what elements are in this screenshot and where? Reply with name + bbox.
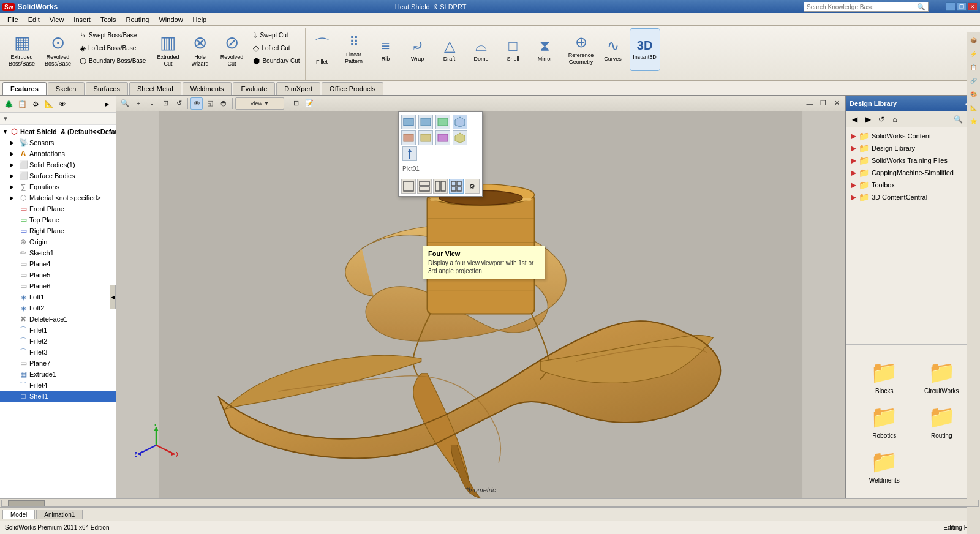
lib-circuitworks-item[interactable]: 📁 CircuitWorks bbox=[916, 357, 968, 397]
menu-routing[interactable]: Routing bbox=[121, 15, 154, 24]
reference-geometry-button[interactable]: ⊕ ReferenceGeometry bbox=[566, 28, 597, 71]
bottom-tab-model[interactable]: Model bbox=[2, 510, 35, 519]
view-bottom-btn[interactable] bbox=[401, 130, 416, 145]
section-view-btn[interactable]: ⊡ bbox=[290, 97, 302, 110]
rp-home-btn[interactable]: ⌂ bbox=[889, 113, 901, 126]
tree-shell1[interactable]: □ Shell1 bbox=[0, 391, 116, 402]
tree-plane7[interactable]: ▭ Plane7 bbox=[0, 358, 116, 369]
tab-office-products[interactable]: Office Products bbox=[322, 82, 383, 95]
tree-annotations[interactable]: ▶ A Annotations bbox=[0, 148, 116, 159]
lib-routing-item[interactable]: 📁 Routing bbox=[916, 402, 968, 442]
tree-solid-bodies[interactable]: ▶ ⬜ Solid Bodies(1) bbox=[0, 159, 116, 170]
tree-equations[interactable]: ▶ ∑ Equations bbox=[0, 181, 116, 192]
lib-item-3d-content[interactable]: ▶ 📁 3D ContentCentral bbox=[848, 191, 978, 203]
menu-tools[interactable]: Tools bbox=[96, 15, 121, 24]
property-manager-btn[interactable]: 📋 bbox=[16, 98, 28, 110]
tab-dimxpert[interactable]: DimXpert bbox=[276, 82, 320, 95]
lib-blocks-item[interactable]: 📁 Blocks bbox=[858, 357, 911, 397]
view-iso-btn[interactable] bbox=[453, 115, 467, 129]
tree-material[interactable]: ▶ ⬡ Material <not specified> bbox=[0, 192, 116, 203]
tab-evaluate[interactable]: Evaluate bbox=[233, 82, 275, 95]
revolved-cut-button[interactable]: ⊘ RevolvedCut bbox=[216, 28, 247, 71]
tree-surface-bodies[interactable]: ▶ ⬜ Surface Bodies bbox=[0, 170, 116, 181]
rotate-btn[interactable]: ↺ bbox=[173, 97, 185, 110]
lib-item-capping[interactable]: ▶ 📁 CappingMachine-Simplified bbox=[848, 167, 978, 179]
lib-item-design-library[interactable]: ▶ 📁 Design Library bbox=[848, 142, 978, 154]
zoom-out-btn[interactable]: - bbox=[146, 97, 158, 110]
view-right-btn[interactable] bbox=[435, 130, 450, 145]
rp-refresh-btn[interactable]: ↺ bbox=[875, 113, 888, 126]
dim-xpert-manager-btn[interactable]: 📐 bbox=[43, 98, 55, 110]
rib-button[interactable]: ≡ Rib bbox=[371, 28, 401, 71]
tree-top-plane[interactable]: ▭ Top Plane bbox=[0, 214, 116, 225]
layout-two-v-btn[interactable] bbox=[433, 179, 448, 194]
extruded-boss-base-button[interactable]: ▦ Extruded Boss/Base bbox=[2, 28, 41, 71]
dome-button[interactable]: ⌓ Dome bbox=[466, 28, 497, 71]
vp-restore-btn[interactable]: ❐ bbox=[817, 97, 829, 110]
minimize-button[interactable]: — bbox=[946, 2, 956, 11]
vp-close-btn[interactable]: ✕ bbox=[831, 97, 843, 110]
search-input[interactable] bbox=[807, 4, 917, 10]
layout-single-btn[interactable] bbox=[401, 179, 416, 194]
view-left-btn[interactable] bbox=[418, 130, 433, 145]
zoom-selection-btn[interactable]: ⊡ bbox=[159, 97, 172, 110]
rp-side-btn7[interactable]: ⭐ bbox=[968, 115, 980, 127]
extruded-cut-button[interactable]: ▥ ExtrudedCut bbox=[153, 28, 183, 71]
lofted-boss-base-button[interactable]: ◈ Lofted Boss/Base bbox=[77, 42, 148, 54]
tree-deleteface1[interactable]: ✖ DeleteFace1 bbox=[0, 314, 116, 325]
search-area[interactable]: 🔍 bbox=[804, 2, 929, 12]
tree-sensors[interactable]: ▶ 📡 Sensors bbox=[0, 137, 116, 148]
boundary-boss-base-button[interactable]: ⬡ Boundary Boss/Base bbox=[77, 55, 148, 67]
rp-forward-btn[interactable]: ▶ bbox=[862, 113, 874, 126]
display-style-btn[interactable]: ◱ bbox=[204, 97, 216, 110]
display-manager-btn[interactable]: 👁 bbox=[56, 98, 69, 110]
feature-tree-btn[interactable]: 🌲 bbox=[2, 98, 15, 110]
tab-weldments[interactable]: Weldments bbox=[183, 82, 232, 95]
tab-surfaces[interactable]: Surfaces bbox=[86, 82, 128, 95]
configuration-manager-btn[interactable]: ⚙ bbox=[29, 98, 42, 110]
left-panel-collapse[interactable]: ◀ bbox=[110, 285, 116, 309]
menu-insert[interactable]: Insert bbox=[69, 15, 96, 24]
menu-view[interactable]: View bbox=[45, 15, 69, 24]
instant3d-button[interactable]: 3D Instant3D bbox=[630, 28, 660, 71]
menu-help[interactable]: Help bbox=[188, 15, 212, 24]
view-custom-btn[interactable] bbox=[453, 130, 467, 145]
rp-search-btn[interactable]: 🔍 bbox=[952, 113, 964, 126]
vp-minimize-btn[interactable]: — bbox=[804, 97, 816, 110]
menu-edit[interactable]: Edit bbox=[23, 15, 45, 24]
tree-fillet4[interactable]: ⌒ Fillet4 bbox=[0, 380, 116, 391]
scrollbar-thumb[interactable] bbox=[8, 500, 45, 506]
lib-item-training[interactable]: ▶ 📁 SolidWorks Training Files bbox=[848, 154, 978, 167]
hide-show-btn[interactable]: ◓ bbox=[217, 97, 230, 110]
view-orientation-popup-btn[interactable]: View ▼ bbox=[235, 97, 284, 110]
restore-button[interactable]: ❐ bbox=[957, 2, 967, 11]
swept-cut-button[interactable]: ⤵ Swept Cut bbox=[251, 29, 302, 41]
tree-root[interactable]: ▼ ⬡ Heat Shield_& (Default<<Defau bbox=[0, 126, 116, 137]
zoom-in-btn[interactable]: + bbox=[132, 97, 145, 110]
dynamic-annotate-btn[interactable]: 📝 bbox=[303, 97, 315, 110]
lib-weldments-item[interactable]: 📁 Weldments bbox=[858, 446, 911, 486]
rp-back-btn[interactable]: ◀ bbox=[848, 113, 861, 126]
layout-four-btn[interactable] bbox=[449, 179, 464, 194]
tree-plane6[interactable]: ▭ Plane6 bbox=[0, 280, 116, 291]
view-orient-btn[interactable]: 👁 bbox=[190, 97, 203, 110]
wrap-button[interactable]: ⤾ Wrap bbox=[402, 28, 433, 71]
view-normal-btn[interactable] bbox=[402, 146, 417, 161]
rp-side-btn5[interactable]: 🎨 bbox=[968, 88, 980, 100]
hole-wizard-button[interactable]: ⊗ HoleWizard bbox=[184, 28, 215, 71]
lofted-cut-button[interactable]: ◇ Lofted Cut bbox=[251, 42, 302, 54]
lib-item-solidworks-content[interactable]: ▶ 📁 SolidWorks Content bbox=[848, 130, 978, 142]
tree-fillet1[interactable]: ⌒ Fillet1 bbox=[0, 325, 116, 336]
search-icon[interactable]: 🔍 bbox=[917, 3, 925, 11]
close-button[interactable]: ✕ bbox=[968, 2, 978, 11]
tree-right-plane[interactable]: ▭ Right Plane bbox=[0, 225, 116, 236]
tab-sketch[interactable]: Sketch bbox=[48, 82, 85, 95]
rp-side-btn6[interactable]: 📐 bbox=[968, 102, 980, 114]
curves-button[interactable]: ∿ Curves bbox=[598, 28, 628, 71]
view-back-btn[interactable] bbox=[418, 115, 433, 129]
tab-sheet-metal[interactable]: Sheet Metal bbox=[129, 82, 181, 95]
tree-fillet3[interactable]: ⌒ Fillet3 bbox=[0, 347, 116, 358]
rp-side-btn2[interactable]: ⚡ bbox=[968, 48, 980, 60]
panel-expand-btn[interactable]: ▸ bbox=[101, 98, 113, 110]
mirror-button[interactable]: ⧗ Mirror bbox=[530, 28, 560, 71]
